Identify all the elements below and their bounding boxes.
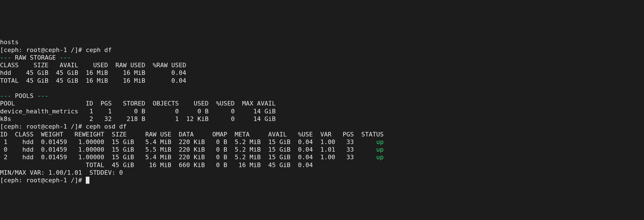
- command-text: ceph df: [86, 46, 112, 53]
- section-dashes: ---: [33, 92, 48, 99]
- raw-storage-row-hdd: hdd 45 GiB 45 GiB 16 MiB 16 MiB 0.04: [0, 69, 186, 76]
- osd-df-row: 1 hdd 0.01459 1.00000 15 GiB 5.4 MiB 220…: [0, 138, 376, 145]
- raw-storage-columns: CLASS SIZE AVAIL USED RAW USED %RAW USED: [0, 62, 186, 69]
- shell-prompt: [ceph: root@ceph-1 /]#: [0, 46, 86, 53]
- osd-df-row: 2 hdd 0.01459 1.00000 15 GiB 5.4 MiB 220…: [0, 154, 376, 161]
- command-text: ceph osd df: [86, 123, 127, 130]
- section-title-pools: POOLS: [15, 92, 33, 99]
- osd-status-up: up: [376, 146, 384, 153]
- output-line: hosts: [0, 39, 19, 46]
- blank-line: [0, 85, 4, 92]
- section-dashes: ---: [0, 54, 15, 61]
- osd-status-up: up: [376, 138, 384, 145]
- raw-storage-row-total: TOTAL 45 GiB 45 GiB 16 MiB 16 MiB 0.04: [0, 77, 186, 84]
- osd-df-row: 0 hdd 0.01459 1.00000 15 GiB 5.5 MiB 220…: [0, 146, 376, 153]
- section-title-raw-storage: RAW STORAGE: [15, 54, 56, 61]
- pools-row-device-health-metrics: device_health_metrics 1 1 0 B 0 0 B 0 14…: [0, 108, 276, 115]
- section-dashes: ---: [56, 54, 71, 61]
- osd-df-columns: ID CLASS WEIGHT REWEIGHT SIZE RAW USE DA…: [0, 131, 384, 138]
- osd-df-total-row: TOTAL 45 GiB 16 MiB 660 KiB 0 B 16 MiB 4…: [0, 161, 384, 169]
- shell-prompt: [ceph: root@ceph-1 /]#: [0, 123, 86, 130]
- pools-columns: POOL ID PGS STORED OBJECTS USED %USED MA…: [0, 100, 276, 107]
- shell-prompt: [ceph: root@ceph-1 /]#: [0, 177, 86, 184]
- cursor[interactable]: [86, 177, 89, 184]
- osd-status-up: up: [376, 154, 384, 161]
- section-dashes: ---: [0, 92, 15, 99]
- terminal-output[interactable]: hosts [ceph: root@ceph-1 /]# ceph df ---…: [0, 31, 644, 185]
- osd-df-minmax-stddev: MIN/MAX VAR: 1.00/1.01 STDDEV: 0: [0, 169, 123, 176]
- pools-row-k8s: k8s 2 32 218 B 1 12 KiB 0 14 GiB: [0, 115, 276, 122]
